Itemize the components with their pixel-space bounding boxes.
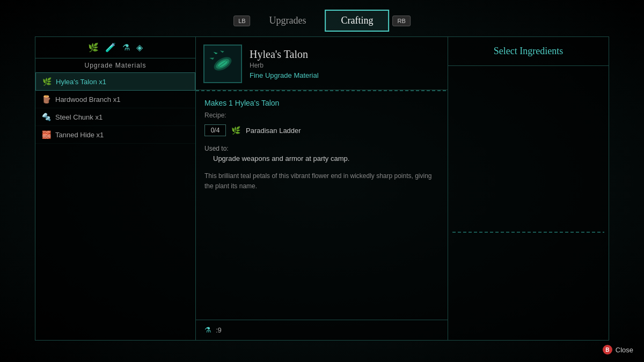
icon-mortar: 🧪 bbox=[105, 42, 116, 53]
close-button[interactable]: B Close bbox=[603, 345, 633, 354]
ingredient-name: Paradisan Ladder bbox=[246, 127, 301, 135]
middle-panel: Hylea's Talon Herb Fine Upgrade Material… bbox=[196, 36, 448, 341]
list-item-hylea[interactable]: 🌿 Hylea's Talon x1 bbox=[35, 72, 195, 91]
item-type: Herb bbox=[250, 62, 319, 69]
recipe-row: 0/4 🌿 Paradisan Ladder bbox=[204, 124, 439, 136]
right-panel-divider bbox=[452, 232, 604, 233]
main-container: 🌿 🧪 ⚗ ◈ Upgrade Materials 🌿 Hylea's Talo… bbox=[35, 36, 609, 341]
icon-flask: ⚗ bbox=[122, 42, 130, 53]
item-icon-1: 🪵 bbox=[42, 95, 51, 104]
materials-list: 🌿 Hylea's Talon x1 🪵 Hardwood Branch x1 … bbox=[35, 72, 195, 340]
bottom-icon: ⚗ bbox=[204, 326, 211, 335]
item-info: Hylea's Talon Herb Fine Upgrade Material bbox=[250, 45, 319, 83]
quantity-badge: 0/4 bbox=[204, 124, 226, 136]
item-icon-2: 🔩 bbox=[42, 113, 51, 121]
item-label-2: Steel Chunk x1 bbox=[55, 113, 103, 121]
used-to-label: Used to: bbox=[204, 145, 439, 152]
middle-content: Makes 1 Hylea's Talon Recipe: 0/4 🌿 Para… bbox=[196, 91, 448, 320]
lb-badge: LB bbox=[233, 16, 250, 26]
bottom-bar: ⚗ :9 bbox=[196, 320, 448, 340]
left-panel-title: Upgrade Materials bbox=[35, 58, 195, 72]
left-panel-header: 🌿 🧪 ⚗ ◈ bbox=[35, 37, 195, 58]
tab-crafting[interactable]: Crafting bbox=[325, 10, 390, 32]
tab-upgrades[interactable]: Upgrades bbox=[254, 10, 322, 31]
right-panel-content bbox=[448, 66, 609, 232]
list-item-hardwood[interactable]: 🪵 Hardwood Branch x1 bbox=[35, 91, 195, 108]
icon-gem: ◈ bbox=[136, 42, 143, 53]
top-navigation: LB Upgrades Crafting RB bbox=[233, 10, 411, 32]
item-name: Hylea's Talon bbox=[250, 48, 319, 61]
item-quality: Fine Upgrade Material bbox=[250, 71, 319, 79]
item-header: Hylea's Talon Herb Fine Upgrade Material bbox=[196, 37, 448, 90]
svg-marker-4 bbox=[209, 56, 215, 61]
bottom-count: :9 bbox=[216, 326, 222, 334]
icon-leaf: 🌿 bbox=[88, 42, 99, 53]
item-label-0: Hylea's Talon x1 bbox=[56, 78, 106, 86]
svg-marker-6 bbox=[220, 49, 224, 53]
ingredient-icon: 🌿 bbox=[231, 126, 240, 135]
item-icon-3: 🧱 bbox=[42, 130, 51, 139]
item-leaf-svg bbox=[208, 49, 238, 79]
item-label-3: Tanned Hide x1 bbox=[55, 131, 104, 139]
close-label: Close bbox=[616, 346, 633, 354]
right-panel-title: Select Ingredients bbox=[448, 37, 609, 66]
close-badge: B bbox=[603, 345, 612, 354]
item-description: This brilliant teal petals of this vibra… bbox=[204, 171, 439, 191]
list-item-steel[interactable]: 🔩 Steel Chunk x1 bbox=[35, 108, 195, 126]
makes-label: Makes 1 Hylea's Talon bbox=[204, 99, 439, 107]
recipe-label: Recipe: bbox=[204, 112, 439, 119]
list-item-hide[interactable]: 🧱 Tanned Hide x1 bbox=[35, 126, 195, 144]
right-panel-bottom bbox=[448, 233, 609, 340]
used-to-text: Upgrade weapons and armor at party camp. bbox=[204, 154, 439, 162]
svg-marker-5 bbox=[214, 50, 218, 55]
rb-badge: RB bbox=[393, 16, 411, 26]
right-panel: Select Ingredients bbox=[448, 36, 609, 341]
used-to-section: Used to: Upgrade weapons and armor at pa… bbox=[204, 145, 439, 162]
item-icon-0: 🌿 bbox=[42, 77, 52, 86]
left-panel: 🌿 🧪 ⚗ ◈ Upgrade Materials 🌿 Hylea's Talo… bbox=[35, 36, 196, 341]
item-image bbox=[203, 45, 242, 83]
item-label-1: Hardwood Branch x1 bbox=[55, 95, 120, 104]
